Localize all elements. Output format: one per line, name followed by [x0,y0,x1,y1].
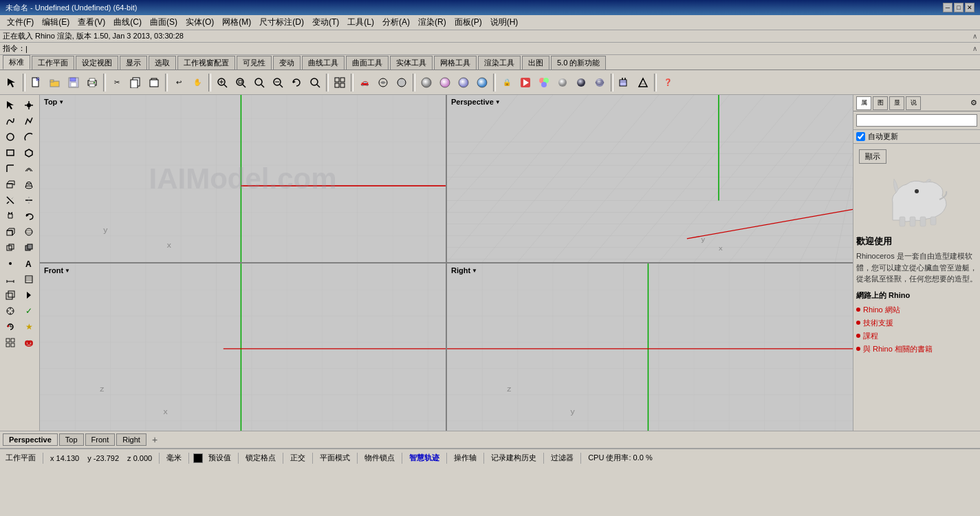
menu-tools[interactable]: 工具(L) [343,15,378,30]
curve-draw-button[interactable] [1,114,19,129]
circle-button[interactable] [1,129,19,144]
undo-button[interactable]: ↩ [170,74,188,92]
menu-solid[interactable]: 实体(O) [182,15,218,30]
add-viewport-button[interactable]: + [148,433,162,447]
snap-planar[interactable]: 平面模式 [317,453,353,463]
zoom-extent-button[interactable] [213,74,231,92]
block-button[interactable] [1,288,19,303]
color-button[interactable] [535,74,553,92]
menu-file[interactable]: 文件(F) [3,15,38,30]
boolean-button[interactable] [1,240,19,255]
rotate-button[interactable] [287,74,305,92]
trim-button[interactable] [1,193,19,208]
extrude-button[interactable] [1,177,19,192]
tab-meshtools[interactable]: 网格工具 [434,56,477,69]
viewport-perspective-arrow[interactable]: ▼ [495,99,501,105]
snap-object[interactable]: 物件锁点 [362,453,398,463]
box-button[interactable] [1,224,19,239]
menu-help[interactable]: 说明(H) [486,15,523,30]
render2-button[interactable] [473,74,491,92]
bottom-tab-top[interactable]: Top [59,433,84,446]
point-button[interactable] [634,74,652,92]
offset-button[interactable] [20,161,38,176]
link-books[interactable]: 與 Rhino 相關的書籍 [856,344,933,354]
tab-curvetools[interactable]: 曲线工具 [302,56,345,69]
boolean2-button[interactable] [20,240,38,255]
tab-surfacetools[interactable]: 曲面工具 [346,56,389,69]
minimize-button[interactable]: ─ [943,3,952,12]
copy-button[interactable] [127,74,144,92]
paste-button[interactable] [145,74,163,92]
viewport-front-arrow[interactable]: ▼ [65,268,70,274]
rotate3d-button[interactable] [20,208,38,224]
panel-tab-layers[interactable]: 图 [873,96,888,110]
star-button[interactable]: ★ [20,319,38,334]
link-website[interactable]: Rhino 網站 [856,305,900,315]
tab-viewport[interactable]: 工作视窗配置 [177,56,235,69]
snap-history[interactable]: 记录建构历史 [488,453,539,463]
mode2-button[interactable] [393,74,411,92]
insert-button[interactable] [20,288,38,303]
bottom-tab-right[interactable]: Right [116,433,146,446]
rhino-render-button[interactable] [516,74,534,92]
wireframe-button[interactable] [591,74,609,92]
menu-surface[interactable]: 曲面(S) [146,15,182,30]
menu-curve[interactable]: 曲线(C) [109,15,146,30]
tab-display[interactable]: 显示 [120,56,147,69]
snap-gumball[interactable]: 操作轴 [451,453,479,463]
cut-button[interactable]: ✂ [108,74,126,92]
tab-print[interactable]: 出图 [522,56,549,69]
grid-snap-button[interactable] [1,335,19,350]
tab-standard[interactable]: 标准 [3,55,30,69]
link-support[interactable]: 技術支援 [856,318,893,328]
polygon-button[interactable] [20,145,38,160]
hatch-button[interactable] [20,272,38,287]
tab-workplane[interactable]: 工作平面 [32,56,74,69]
save-button[interactable] [65,74,83,92]
maximize-button[interactable]: □ [954,3,963,12]
tab-solidtools[interactable]: 实体工具 [390,56,433,69]
move-button[interactable] [1,208,19,224]
light-button[interactable] [436,74,454,92]
text-button[interactable]: A [20,256,38,271]
viewport-right[interactable]: Right ▼ [447,264,853,431]
viewport-top[interactable]: Top ▼ [40,95,446,262]
select-arrow-button[interactable] [1,98,19,113]
history-button[interactable] [1,319,19,334]
tab-new50[interactable]: 5.0 的新功能 [551,56,606,69]
dimension-button[interactable] [1,272,19,287]
arc-button[interactable] [20,129,38,144]
tab-select[interactable]: 选取 [149,56,176,69]
tab-setview[interactable]: 设定视图 [76,56,118,69]
show-button[interactable]: 顯示 [859,149,886,164]
menu-dim[interactable]: 尺寸标注(D) [255,15,308,30]
point-draw-button[interactable] [1,256,19,271]
link-courses[interactable]: 課程 [856,331,878,341]
close-button[interactable]: ✕ [965,3,974,12]
menu-view[interactable]: 查看(V) [74,15,109,30]
tab-transform[interactable]: 变动 [273,56,301,69]
sphere2-button[interactable] [572,74,590,92]
split-button[interactable] [20,193,38,208]
mode1-button[interactable] [374,74,392,92]
menu-edit[interactable]: 编辑(E) [38,15,74,30]
menu-panel[interactable]: 面板(P) [450,15,486,30]
bottom-tab-front[interactable]: Front [85,433,116,446]
auto-update-checkbox[interactable] [856,132,865,141]
panel-tab-properties[interactable]: 属 [856,96,871,110]
select-point-button[interactable] [20,98,38,113]
render-button[interactable] [455,74,472,92]
fillet-button[interactable] [1,161,19,176]
menu-analyze[interactable]: 分析(A) [378,15,414,30]
panel-settings-icon[interactable]: ⚙ [970,98,977,107]
zoom-out-button[interactable] [269,74,287,92]
new-button[interactable] [28,74,45,92]
snap-ortho[interactable]: 正交 [287,453,308,463]
more-zoom[interactable] [306,74,324,92]
panel-tab-display[interactable]: 显 [889,96,904,110]
lock-button[interactable]: 🔒 [498,74,516,92]
snap-grid[interactable]: 锁定格点 [243,453,279,463]
viewport-top-arrow[interactable]: ▼ [58,99,64,105]
material-button[interactable] [417,74,435,92]
rect-button[interactable] [1,145,19,160]
